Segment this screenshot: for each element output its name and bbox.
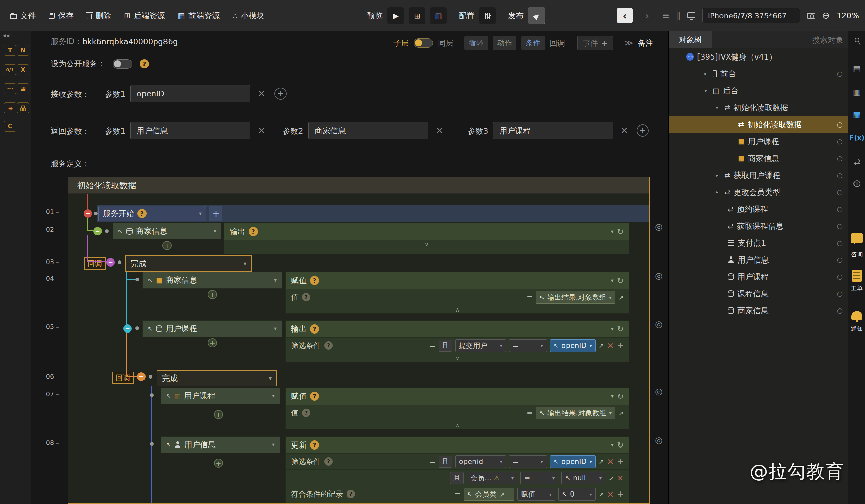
ticket-button[interactable]: [849, 270, 865, 282]
visibility-dot-icon[interactable]: ○: [837, 70, 843, 78]
note-button[interactable]: 备注: [637, 38, 653, 48]
help-icon[interactable]: ?: [302, 293, 310, 301]
field-select[interactable]: openid ▾: [455, 455, 506, 468]
tree-row-user-course-db[interactable]: 用户课程 ○: [669, 268, 848, 285]
frontend-resources-button[interactable]: ▦ 前端资源: [178, 11, 220, 21]
zoom-level[interactable]: 120%: [837, 11, 859, 20]
chevron-down-icon[interactable]: ▾: [269, 375, 272, 382]
collapse-node-cyan[interactable]: −: [123, 324, 132, 333]
collapse-node-green[interactable]: −: [93, 227, 102, 235]
panel-header[interactable]: 更新 ? ▾ ↻: [286, 437, 629, 453]
tree-row-merchant-var[interactable]: ▦ 商家信息 ○: [669, 150, 848, 167]
operator-select[interactable]: = ▾: [509, 455, 547, 468]
toolbox-object-array-component[interactable]: 品: [17, 103, 29, 113]
remove-param-icon[interactable]: ×: [436, 125, 443, 136]
locate-target-icon[interactable]: ◎: [655, 435, 662, 445]
help-icon[interactable]: ?: [310, 441, 319, 449]
add-under-node-button[interactable]: +: [214, 459, 223, 468]
help-icon[interactable]: ?: [137, 209, 147, 218]
components-icon[interactable]: ▦: [849, 110, 865, 119]
chevron-down-icon[interactable]: ▾: [609, 295, 612, 300]
help-icon[interactable]: ?: [324, 457, 333, 466]
visibility-dot-icon[interactable]: ○: [837, 222, 843, 230]
expand-icon[interactable]: ↗: [618, 409, 624, 417]
tree-closed-icon[interactable]: ▸: [713, 189, 721, 195]
expand-icon[interactable]: ↗: [499, 491, 505, 498]
tree-row-payment-point[interactable]: 支付点1 ○: [669, 234, 848, 251]
visibility-dot-icon[interactable]: ○: [837, 273, 843, 281]
delete-button[interactable]: 删除: [86, 11, 111, 21]
refresh-icon[interactable]: ↻: [617, 227, 624, 236]
remove-param-icon[interactable]: ×: [620, 125, 628, 136]
help-icon[interactable]: ?: [310, 392, 319, 401]
node-merchant-info[interactable]: ↖ 商家信息 ▾: [113, 223, 221, 239]
chevron-down-icon[interactable]: ▾: [272, 393, 275, 399]
tree-row-frontend[interactable]: ▸ 前台 ○: [669, 65, 848, 82]
chevron-down-icon[interactable]: ▾: [272, 442, 275, 448]
visibility-dot-icon[interactable]: ○: [837, 239, 843, 247]
file-menu[interactable]: 文件: [10, 11, 36, 21]
add-condition-icon[interactable]: +: [617, 457, 624, 467]
node-user-info[interactable]: ↖ 用户信息 ▾: [161, 436, 280, 453]
remove-condition-icon[interactable]: ×: [607, 341, 614, 350]
collapse-node-purple[interactable]: −: [106, 258, 115, 267]
action-button[interactable]: 动作: [493, 36, 517, 50]
collapse-node-orange[interactable]: −: [137, 372, 146, 381]
remove-condition-icon[interactable]: ×: [617, 473, 624, 483]
visibility-dot-icon[interactable]: ○: [837, 205, 843, 213]
toolbox-number-component[interactable]: N: [17, 45, 29, 56]
toolbox-variable-component[interactable]: X: [17, 64, 29, 75]
chevron-down-icon[interactable]: ▾: [244, 260, 246, 267]
locate-target-icon[interactable]: ◎: [655, 222, 662, 232]
add-under-node-button[interactable]: +: [208, 338, 217, 348]
outline-list-icon[interactable]: ≡: [661, 11, 669, 20]
return-param-input-1[interactable]: 用户信息: [130, 122, 251, 139]
search-icon[interactable]: [849, 37, 865, 42]
expand-toggle[interactable]: ∨: [224, 240, 629, 249]
tab-object-tree[interactable]: 对象树: [669, 32, 712, 48]
tree-row-user-course-var[interactable]: ▦ 用户课程 ○: [669, 133, 848, 150]
panel-header[interactable]: 输出 ? ▾ ↻: [224, 223, 629, 240]
tree-row-merchant-db[interactable]: 商家信息 ○: [669, 302, 848, 319]
tree-closed-icon[interactable]: ▸: [702, 71, 709, 77]
tree-row-course-info-db[interactable]: 课程信息 ○: [669, 285, 848, 302]
chevron-down-icon[interactable]: ▾: [274, 325, 277, 332]
refresh-icon[interactable]: ↻: [617, 441, 624, 450]
node-merchant-var[interactable]: ↖ ▦ 商家信息 ▾: [142, 272, 282, 289]
locate-target-icon[interactable]: ◎: [655, 319, 662, 329]
and-operator[interactable]: 且: [450, 472, 464, 484]
collapse-panel-icon[interactable]: ◀◀: [3, 33, 10, 38]
layer-toggle[interactable]: [414, 38, 433, 48]
visibility-dot-icon[interactable]: ○: [837, 306, 843, 315]
zoom-out-icon[interactable]: ⊖: [822, 11, 830, 20]
notify-button[interactable]: [849, 311, 865, 320]
multi-screen-preview-button[interactable]: ⊞: [409, 8, 425, 24]
add-condition-icon[interactable]: +: [617, 490, 624, 499]
return-param-input-2[interactable]: 商家信息: [308, 122, 428, 139]
help-icon[interactable]: ?: [310, 324, 319, 333]
chevron-down-icon[interactable]: ▾: [611, 277, 613, 284]
device-selector[interactable]: iPhone6/7/8 375*667: [702, 8, 800, 23]
visibility-dot-icon[interactable]: ○: [837, 188, 843, 196]
remove-condition-icon[interactable]: ×: [607, 490, 614, 499]
tree-row-get-user-course[interactable]: ▸ ⇄ 获取用户课程 ○: [669, 167, 848, 184]
remove-param-icon[interactable]: ×: [257, 87, 265, 99]
tree-row-user-info-db[interactable]: 用户信息 ○: [669, 251, 848, 268]
expand-icon[interactable]: ↗: [599, 342, 604, 349]
expand-icon[interactable]: ↗: [618, 294, 624, 301]
config-button[interactable]: [479, 8, 496, 24]
receive-param-input[interactable]: openID: [130, 85, 251, 103]
search-input[interactable]: [776, 36, 843, 44]
toolbox-boolean-component[interactable]: 0/1: [4, 64, 16, 75]
callback-button[interactable]: 回调: [550, 38, 565, 48]
callback-done-select[interactable]: 完成 ▾: [125, 255, 252, 272]
backend-resources-button[interactable]: ⊞ 后端资源: [124, 11, 165, 21]
toolbox-table-component[interactable]: ▦: [17, 83, 29, 94]
add-param-icon[interactable]: +: [637, 125, 649, 137]
openid-chip[interactable]: ↖ openID ▾: [550, 339, 596, 352]
collapse-toggle[interactable]: ∧: [286, 305, 629, 314]
assign-value-chip[interactable]: ↖ 0 ▾: [558, 488, 596, 501]
visibility-dot-icon[interactable]: ○: [837, 154, 843, 162]
consult-button[interactable]: [849, 233, 865, 243]
condition-button[interactable]: 条件: [521, 36, 545, 50]
